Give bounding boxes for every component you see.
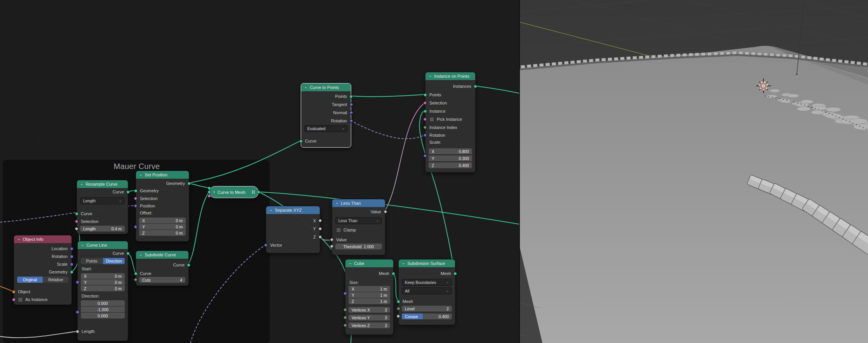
socket-size-in[interactable] <box>343 292 347 295</box>
socket-mesh-out[interactable] <box>453 272 457 275</box>
socket-level-in[interactable] <box>397 307 400 310</box>
socket-start-in[interactable] <box>76 280 79 284</box>
collapse-chevron-icon[interactable]: ⌄ <box>304 85 307 89</box>
socket-points-in[interactable] <box>424 93 427 97</box>
3d-viewport[interactable] <box>519 0 868 343</box>
collapse-chevron-icon[interactable]: ⌄ <box>139 252 142 256</box>
collapse-chevron-icon[interactable]: ⌄ <box>80 182 83 186</box>
offset-z-field[interactable]: Z0 m <box>139 230 186 236</box>
mode-dropdown[interactable]: Length⌄ <box>80 197 125 204</box>
socket-vertices-y-in[interactable] <box>343 316 347 319</box>
length-field[interactable]: Length0.4 m <box>80 226 125 232</box>
collapse-chevron-icon[interactable]: ⌄ <box>402 261 405 265</box>
socket-curve-in[interactable] <box>299 139 303 143</box>
socket-geometry-out[interactable] <box>70 270 73 274</box>
socket-length-in[interactable] <box>76 330 79 333</box>
node-less-than[interactable]: ⌄Less Than Value Less Than⌄ Clamp Value … <box>332 199 385 255</box>
node-header[interactable]: ⌄Curve Line <box>78 241 128 249</box>
socket-object-in[interactable] <box>12 290 16 294</box>
socket-curve-in[interactable] <box>134 272 138 275</box>
as-instance-checkbox[interactable] <box>18 297 23 302</box>
socket-rotation-out[interactable] <box>70 255 73 258</box>
socket-location-out[interactable] <box>70 247 73 251</box>
socket-curve-out[interactable] <box>126 252 130 255</box>
operation-dropdown[interactable]: Less Than⌄ <box>335 217 382 224</box>
pick-instance-checkbox[interactable] <box>429 117 434 122</box>
size-x-field[interactable]: X1 m <box>349 286 390 292</box>
start-x-field[interactable]: X0 m <box>81 273 125 279</box>
scale-y-field[interactable]: Y0.300 <box>429 155 472 161</box>
collapse-chevron-icon[interactable]: ⌄ <box>335 201 338 205</box>
points-button[interactable]: Points <box>81 258 103 264</box>
scale-z-field[interactable]: Z0.400 <box>429 162 472 168</box>
start-y-field[interactable]: Y0 m <box>81 279 125 285</box>
node-header[interactable]: ⌄Separate XYZ <box>266 206 320 214</box>
start-z-field[interactable]: Z0 m <box>81 286 125 291</box>
vertices-z-field[interactable]: Vertices Z3 <box>349 322 390 328</box>
node-header[interactable]: ⌄Curve to Points <box>301 84 351 91</box>
collapse-chevron-icon[interactable]: ⌄ <box>81 243 84 247</box>
node-header[interactable]: ⌄Resample Curve <box>77 180 128 188</box>
node-resample-curve[interactable]: ⌄Resample Curve Curve Length⌄ Curve Sele… <box>77 180 128 234</box>
collapse-chevron-icon[interactable]: ⌄ <box>17 237 20 241</box>
node-cube[interactable]: ⌄Cube Mesh Size: X1 m Y1 m Z1 m Vertices… <box>345 259 394 335</box>
uv-smooth-dropdown[interactable]: Keep Boundaries⌄ <box>402 279 452 286</box>
node-header[interactable]: ⌄Subdivide Curve <box>136 251 188 259</box>
threshold-field[interactable]: Threshold 1.000 <box>335 244 382 249</box>
socket-curve-out[interactable] <box>187 263 190 267</box>
size-y-field[interactable]: Y1 m <box>349 292 390 298</box>
node-header[interactable]: ⌄Cube <box>345 259 393 267</box>
collapse-chevron-icon[interactable]: ⌄ <box>429 74 432 78</box>
socket-mesh-out[interactable] <box>257 190 260 194</box>
socket-curve-in[interactable] <box>75 212 78 216</box>
socket-vertices-x-in[interactable] <box>343 308 347 312</box>
socket-instances-out[interactable] <box>474 85 477 88</box>
socket-direction-in[interactable] <box>76 310 79 314</box>
socket-curve-in[interactable] <box>207 186 211 190</box>
collapse-chevron-icon[interactable]: ⌄ <box>269 208 272 212</box>
socket-vertices-z-in[interactable] <box>343 324 347 327</box>
socket-scale-in[interactable] <box>423 153 427 158</box>
node-header[interactable]: ⌄Object Info <box>14 235 71 243</box>
node-curve-line[interactable]: ⌄Curve Line Curve Points Direction Start… <box>77 241 128 341</box>
vertices-y-field[interactable]: Vertices Y3 <box>349 315 390 320</box>
node-separate-xyz[interactable]: ⌄Separate XYZ X Y Z Vector <box>266 206 320 253</box>
direction-y-field[interactable]: -1.000 <box>81 306 125 312</box>
node-subdivide-curve[interactable]: ⌄Subdivide Curve Curve Curve Cuts4 <box>136 251 189 286</box>
node-curve-to-points[interactable]: ⌄Curve to Points Points Tangent Normal R… <box>301 83 351 148</box>
node-header[interactable]: ⌄Less Than <box>332 199 385 207</box>
node-object-info[interactable]: ⌄Object Info Location Rotation Scale Geo… <box>14 235 72 305</box>
offset-x-field[interactable]: X0 m <box>139 218 186 223</box>
node-header[interactable]: ⌄Subdivision Surface <box>399 259 455 267</box>
socket-threshold-in[interactable] <box>329 244 334 248</box>
socket-as-instance-in[interactable] <box>12 298 16 301</box>
socket-profile-curve-in[interactable] <box>207 190 211 194</box>
vertices-x-field[interactable]: Vertices X3 <box>349 307 390 313</box>
socket-curve-out[interactable] <box>126 190 130 194</box>
scale-x-field[interactable]: X0.800 <box>429 148 472 154</box>
direction-button[interactable]: Direction <box>103 258 125 264</box>
clamp-checkbox[interactable] <box>336 228 341 233</box>
socket-points-out[interactable] <box>349 95 353 98</box>
geometry-nodes-editor[interactable]: Mauer Curve <box>0 0 519 343</box>
expand-chevron-icon[interactable]: › <box>213 189 215 195</box>
direction-z-field[interactable]: 0.000 <box>81 313 125 319</box>
socket-crease-in[interactable] <box>396 314 400 318</box>
collapse-chevron-icon[interactable]: ⌄ <box>139 172 142 176</box>
node-instance-on-points[interactable]: ⌄Instance on Points Instances Points Sel… <box>425 72 476 172</box>
node-header[interactable]: ⌄Instance on Points <box>425 72 475 80</box>
socket-instance-in[interactable] <box>424 110 427 113</box>
original-button[interactable]: Original <box>17 277 43 283</box>
offset-y-field[interactable]: Y0 m <box>139 224 186 230</box>
level-field[interactable]: Level2 <box>402 306 452 312</box>
boundary-smooth-dropdown[interactable]: All⌄ <box>402 287 452 294</box>
relative-button[interactable]: Relative <box>43 277 69 283</box>
direction-x-field[interactable]: 0.000 <box>81 300 125 306</box>
collapse-chevron-icon[interactable]: ⌄ <box>349 261 352 265</box>
node-header[interactable]: ⌄Set Position <box>136 171 189 179</box>
cuts-field[interactable]: Cuts4 <box>139 277 185 283</box>
socket-scale-out[interactable] <box>70 263 73 266</box>
socket-geometry-in[interactable] <box>134 189 138 193</box>
node-subdivision-surface[interactable]: ⌄Subdivision Surface Mesh Keep Boundarie… <box>398 259 455 325</box>
socket-mesh-in[interactable] <box>397 300 400 303</box>
